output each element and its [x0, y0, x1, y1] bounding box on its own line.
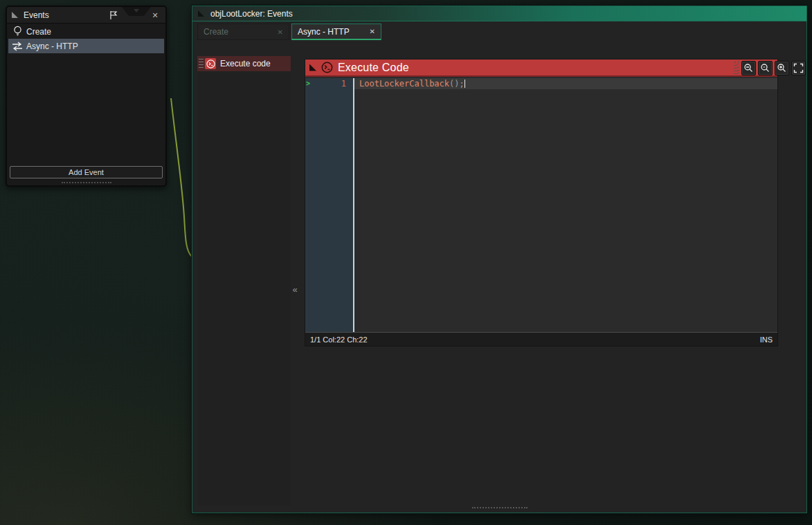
current-line-marker-icon: >: [306, 80, 310, 87]
collapse-triangle-icon[interactable]: [198, 10, 204, 17]
code-function-token: LootLockerCallback: [359, 79, 449, 89]
chain-item-execute-code[interactable]: Execute code: [197, 56, 291, 71]
event-chain-panel: Execute code: [197, 56, 291, 506]
line-number-gutter: > 1: [305, 78, 354, 332]
tabstrip: Create ✕ Async - HTTP ✕: [197, 24, 381, 42]
code-line: LootLockerCallback();: [359, 79, 465, 89]
lightbulb-icon: [8, 26, 26, 37]
panel-dock-notch[interactable]: [122, 7, 151, 16]
fullscreen-button[interactable]: [791, 61, 806, 75]
events-panel: Events ✕ Create A: [6, 6, 167, 187]
event-item-label: Async - HTTP: [26, 42, 78, 51]
event-item-async-http[interactable]: Async - HTTP: [8, 39, 164, 53]
add-event-label: Add Event: [69, 168, 104, 176]
drag-grip-icon[interactable]: [199, 59, 204, 68]
events-panel-title: Events: [24, 10, 49, 20]
code-area[interactable]: > 1 LootLockerCallback();: [305, 78, 777, 332]
text-caret: [464, 80, 465, 88]
collapse-triangle-icon[interactable]: [309, 64, 316, 71]
code-editor-header[interactable]: Execute Code: [305, 59, 777, 77]
code-editor-title: Execute Code: [338, 62, 409, 74]
notch-triangle-icon: [134, 9, 139, 12]
tab-label: Async - HTTP: [298, 27, 350, 37]
tab-close-icon[interactable]: ✕: [278, 28, 283, 36]
object-events-window: objLootLocker: Events Create ✕ Async - H…: [192, 6, 807, 513]
window-resize-grip[interactable]: [472, 507, 527, 508]
tab-label: Create: [204, 27, 228, 37]
zoom-reset-button[interactable]: [758, 61, 773, 75]
events-list: Create Async - HTTP: [8, 24, 164, 166]
window-title: objLootLocker: Events: [210, 9, 293, 19]
flag-icon[interactable]: [107, 9, 120, 21]
event-item-create[interactable]: Create: [8, 24, 164, 39]
line-number: 1: [318, 79, 346, 89]
collapse-triangle-icon[interactable]: [12, 12, 18, 18]
editor-status-bar: 1/1 Col:22 Ch:22 INS: [305, 332, 777, 346]
execute-code-icon: [205, 58, 216, 69]
chain-item-label: Execute code: [220, 59, 271, 68]
collapse-chain-panel-button[interactable]: «: [287, 282, 303, 296]
zoom-controls-grip[interactable]: [734, 61, 739, 75]
close-icon[interactable]: ✕: [149, 9, 161, 21]
async-arrows-icon: [8, 42, 26, 51]
tab-close-icon[interactable]: ✕: [370, 28, 375, 35]
code-punctuation-token: ();: [449, 79, 464, 89]
code-editor: Execute Code > 1 LootLockerCallback(); 1…: [305, 59, 778, 347]
events-panel-titlebar[interactable]: Events ✕: [7, 7, 165, 24]
cursor-position-status: 1/1 Col:22 Ch:22: [310, 335, 368, 344]
window-titlebar[interactable]: objLootLocker: Events: [192, 6, 806, 21]
add-event-button[interactable]: Add Event: [10, 166, 163, 178]
panel-resize-grip[interactable]: [62, 182, 111, 183]
insert-mode-status: INS: [760, 335, 773, 344]
tab-async-http[interactable]: Async - HTTP ✕: [291, 24, 381, 40]
event-item-label: Create: [26, 27, 51, 37]
execute-code-icon: [321, 62, 333, 73]
zoom-out-button[interactable]: [741, 61, 756, 75]
zoom-in-button[interactable]: [775, 61, 789, 75]
window-body: Create ✕ Async - HTTP ✕ Execute code: [192, 22, 806, 513]
editor-zoom-controls: [734, 60, 806, 75]
tab-create[interactable]: Create ✕: [197, 24, 289, 40]
